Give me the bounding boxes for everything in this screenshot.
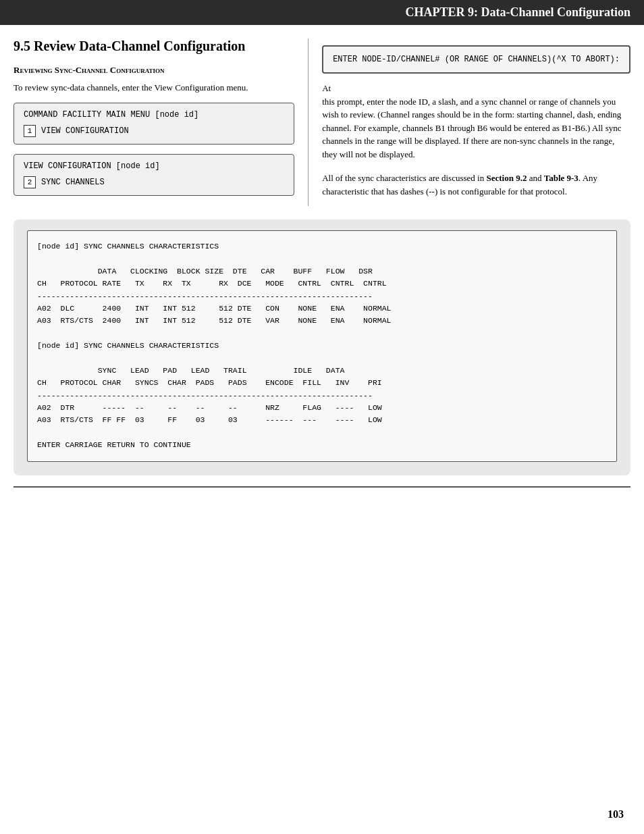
terminal-line-1: COMMAND FACILITY MAIN MENU [node id]: [24, 110, 284, 120]
section-title: 9.5 Review Data-Channel Configuration: [14, 38, 294, 54]
menu-item-label-2: SYNC CHANNELS: [41, 178, 105, 187]
body2-bold2: Table 9-3: [544, 173, 579, 183]
body-text-2: All of the sync characteristics are disc…: [322, 172, 630, 198]
main-content: 9.5 Review Data-Channel Configuration Re…: [0, 25, 644, 206]
menu-item-2: 2 SYNC CHANNELS: [24, 176, 284, 188]
prompt-text: ENTER NODE-ID/CHANNEL# (OR RANGE OF CHAN…: [333, 55, 620, 64]
body2-prefix: All of the sync characteristics are disc…: [322, 173, 486, 183]
body2-bold1: Section 9.2: [486, 173, 527, 183]
right-column: ENTER NODE-ID/CHANNEL# (OR RANGE OF CHAN…: [308, 38, 630, 206]
terminal-box-2: VIEW CONFIGURATION [node id] 2 SYNC CHAN…: [14, 154, 294, 196]
large-terminal-section: [node id] SYNC CHANNELS CHARACTERISTICS …: [14, 219, 630, 475]
left-column: 9.5 Review Data-Channel Configuration Re…: [14, 38, 308, 206]
menu-item-label-1: VIEW CONFIGURATION: [41, 126, 129, 136]
terminal-line-2: VIEW CONFIGURATION [node id]: [24, 161, 284, 171]
body-text-1: this prompt, enter the node ID, a slash,…: [322, 97, 621, 159]
menu-item-num-2: 2: [24, 176, 36, 188]
at-label: At: [322, 83, 331, 93]
chapter-title: CHAPTER 9: Data-Channel Configuration: [405, 5, 630, 19]
subsection-title: Reviewing Sync-Channel Configuration: [14, 65, 294, 76]
footer-divider: [14, 486, 630, 488]
terminal-box-1: COMMAND FACILITY MAIN MENU [node id] 1 V…: [14, 103, 294, 145]
intro-text: To review sync-data channels, enter the …: [14, 81, 294, 95]
menu-item-1: 1 VIEW CONFIGURATION: [24, 125, 284, 137]
chapter-header: CHAPTER 9: Data-Channel Configuration: [0, 0, 644, 25]
body2-mid: and: [527, 173, 543, 183]
page-number: 103: [608, 808, 624, 820]
prompt-box: ENTER NODE-ID/CHANNEL# (OR RANGE OF CHAN…: [322, 45, 630, 74]
at-paragraph: At this prompt, enter the node ID, a sla…: [322, 82, 630, 161]
menu-item-num-1: 1: [24, 125, 36, 137]
large-terminal-box: [node id] SYNC CHANNELS CHARACTERISTICS …: [27, 230, 617, 462]
